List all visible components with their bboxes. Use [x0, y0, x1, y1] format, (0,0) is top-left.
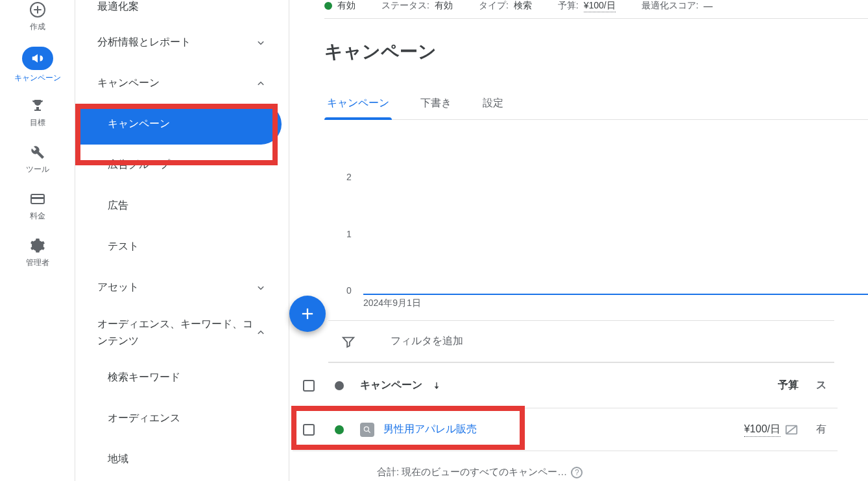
megaphone-bubble	[22, 47, 53, 70]
summary-enabled: 有効	[324, 0, 356, 12]
col-budget-header[interactable]: 予算	[688, 379, 805, 392]
row-checkbox[interactable]	[293, 424, 325, 436]
rail-item-goal[interactable]: 目標	[0, 89, 75, 136]
rail-fee-label: 料金	[26, 211, 49, 221]
main-content: 有効 ステータス: 有効 タイプ: 検索 予算: ¥100/日 最適化スコア: …	[289, 0, 868, 481]
sort-down-icon	[431, 381, 442, 391]
summary-status-label: ステータス:	[381, 0, 429, 12]
col-campaign-label: キャンペーン	[360, 379, 422, 392]
nav-optimization-label: 最適化案	[97, 0, 139, 14]
nav-sub-ads[interactable]: 広告	[75, 185, 289, 226]
table-header-row: キャンペーン 予算 ス	[293, 363, 838, 408]
filter-icon	[341, 334, 356, 349]
rail-item-campaign[interactable]: キャンペーン	[0, 40, 75, 89]
nav-sub-test[interactable]: テスト	[75, 226, 289, 267]
chart-line	[363, 294, 868, 295]
nav-asset[interactable]: アセット	[75, 267, 289, 308]
summary-enabled-label: 有効	[337, 0, 356, 12]
nav-sub-adgroup[interactable]: 広告グループ	[75, 145, 289, 185]
nav-campaign-group[interactable]: キャンペーン	[75, 63, 289, 104]
nav-sub-campaign-label: キャンペーン	[108, 117, 170, 131]
help-icon[interactable]: ?	[571, 467, 583, 478]
summary-optscore: 最適化スコア: —	[642, 0, 713, 12]
table-summary-row: 合計: 現在のビューのすべてのキャンペー… ?	[293, 451, 838, 481]
summary-type-label: タイプ:	[479, 0, 509, 12]
tab-settings[interactable]: 設定	[480, 90, 506, 119]
status-dot-icon	[324, 2, 332, 10]
summary-row: 有効 ステータス: 有効 タイプ: 検索 予算: ¥100/日 最適化スコア: …	[324, 0, 868, 14]
nav-sub-test-label: テスト	[108, 240, 139, 253]
chart-ytick-0: 0	[346, 285, 352, 296]
rail-tool-label: ツール	[22, 164, 53, 174]
summary-status: ステータス: 有効	[381, 0, 453, 12]
col-last-header[interactable]: ス	[805, 379, 838, 392]
tab-draft[interactable]: 下書き	[418, 90, 454, 119]
chart-start-date: 2024年9月1日	[363, 298, 421, 309]
chevron-down-icon	[255, 37, 267, 49]
chart-ytick-1: 1	[346, 229, 352, 239]
row-campaign-name[interactable]: 男性用アパレル販売	[383, 423, 477, 436]
nav-insights[interactable]: 分析情報とレポート	[75, 22, 289, 63]
row-last-value: 有	[805, 423, 838, 436]
nav-insights-label: 分析情報とレポート	[97, 36, 191, 49]
nav-sub-region-label: 地域	[108, 452, 128, 466]
nav-sub-searchkw[interactable]: 検索キーワード	[75, 357, 289, 398]
rail-item-admin[interactable]: 管理者	[0, 229, 75, 276]
summary-type: タイプ: 検索	[479, 0, 532, 12]
nav-sub-campaign[interactable]: キャンペーン	[75, 104, 282, 145]
status-dot-icon	[335, 425, 344, 434]
summary-type-value: 検索	[514, 0, 532, 12]
trophy-icon	[30, 98, 45, 113]
tab-campaign[interactable]: キャンペーン	[324, 90, 392, 119]
col-campaign-header[interactable]: キャンペーン	[354, 379, 688, 392]
nav-asset-label: アセット	[97, 281, 139, 294]
tab-settings-label: 設定	[483, 97, 503, 108]
nav-sub-adgroup-label: 広告グループ	[108, 158, 170, 172]
secondary-nav: 最適化案 分析情報とレポート キャンペーン キャンペーン 広告グループ 広告 テ…	[75, 0, 289, 481]
rail-item-tool[interactable]: ツール	[0, 136, 75, 183]
col-last-label: ス	[816, 379, 826, 390]
nav-sub-audience[interactable]: オーディエンス	[75, 398, 289, 439]
rail-admin-label: 管理者	[22, 257, 53, 268]
chevron-up-icon	[255, 327, 267, 338]
nav-sub-ads-label: 広告	[108, 199, 128, 213]
summary-status-value: 有効	[435, 0, 453, 12]
page-title: キャンペーン	[324, 40, 868, 64]
nav-sub-region[interactable]: 地域	[75, 439, 289, 480]
nav-optimization[interactable]: 最適化案	[75, 0, 289, 22]
filter-bar[interactable]: フィルタを追加	[328, 320, 834, 363]
select-all-checkbox[interactable]	[293, 380, 325, 392]
summary-optscore-value: —	[704, 1, 713, 11]
megaphone-icon	[30, 51, 45, 65]
tabs: キャンペーン 下書き 設定	[324, 90, 868, 120]
summary-budget-value: ¥100/日	[584, 0, 616, 12]
table-row[interactable]: 男性用アパレル販売 ¥100/日 有	[293, 408, 838, 451]
summary-optscore-label: 最適化スコア:	[642, 0, 699, 12]
rail-goal-label: 目標	[26, 117, 49, 128]
chevron-down-icon	[255, 282, 267, 294]
add-campaign-fab[interactable]	[289, 296, 326, 332]
row-status-dot[interactable]	[325, 425, 354, 434]
chart-ytick-2: 2	[346, 172, 352, 182]
rail-item-create[interactable]: 作成	[0, 0, 75, 40]
tab-campaign-label: キャンペーン	[327, 97, 389, 108]
chevron-up-icon	[255, 78, 267, 89]
svg-point-3	[364, 427, 368, 431]
plus-circle-icon	[30, 2, 45, 18]
row-budget-value[interactable]: ¥100/日	[744, 423, 780, 437]
rail-item-fee[interactable]: 料金	[0, 183, 75, 229]
campaign-table: キャンペーン 予算 ス 男性用アパレル販売 ¥100/日	[293, 363, 838, 481]
plus-icon	[298, 305, 317, 323]
no-image-icon	[784, 423, 799, 437]
nav-audience-group[interactable]: オーディエンス、キーワード、コンテンツ	[75, 308, 289, 357]
status-col-header[interactable]	[325, 381, 354, 390]
summary-budget-label: 予算:	[558, 0, 579, 12]
nav-sub-audience-label: オーディエンス	[108, 412, 180, 425]
rail-campaign-label: キャンペーン	[10, 73, 65, 83]
table-summary-label: 合計: 現在のビューのすべてのキャンペー…	[377, 466, 567, 478]
nav-campaign-group-label: キャンペーン	[97, 76, 160, 90]
summary-budget[interactable]: 予算: ¥100/日	[558, 0, 616, 12]
nav-audience-group-label: オーディエンス、キーワード、コンテンツ	[97, 316, 255, 349]
svg-rect-2	[31, 197, 44, 199]
tools-icon	[30, 145, 45, 160]
